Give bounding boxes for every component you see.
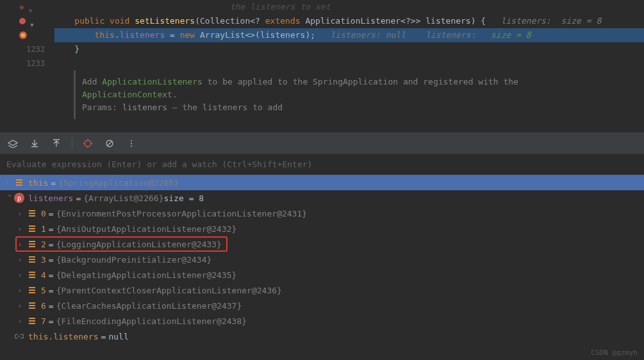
object-icon — [27, 300, 37, 311]
upload-icon[interactable] — [50, 137, 63, 150]
svg-point-4 — [131, 143, 132, 144]
var-item-7[interactable]: › 7 = {FileEncodingApplicationListener@2… — [0, 313, 644, 329]
code-text: } — [54, 42, 644, 56]
svg-point-3 — [131, 140, 132, 142]
var-index: 6 — [41, 301, 46, 311]
gutter — [0, 28, 54, 42]
var-value: {LoggingApplicationListener@2433} — [56, 240, 222, 249]
expand-arrow-icon[interactable]: › — [18, 241, 27, 248]
object-icon — [27, 254, 37, 265]
object-icon — [27, 239, 37, 249]
code-line-current[interactable]: this.listeners = new ArrayList<>(listene… — [0, 28, 644, 42]
variables-panel: › this = {SpringApplication@2265} › p li… — [0, 175, 644, 344]
var-name: this.listeners — [28, 332, 99, 341]
var-index: 7 — [41, 316, 46, 326]
var-item-4[interactable]: › 4 = {DelegatingApplicationListener@243… — [0, 267, 644, 282]
var-index: 4 — [41, 270, 46, 280]
stack-icon[interactable] — [6, 137, 19, 150]
expand-arrow-icon[interactable]: › — [18, 302, 27, 309]
javadoc-block: Add ApplicationListeners to be applied t… — [74, 70, 644, 119]
expand-arrow-icon[interactable]: › — [18, 272, 27, 279]
var-value: {ArrayList@2266} — [83, 193, 163, 203]
object-icon — [27, 208, 37, 218]
var-value: {EnvironmentPostProcessorApplicationList… — [56, 209, 307, 218]
expand-arrow-icon[interactable]: › — [6, 193, 13, 202]
var-value: {AnsiOutputApplicationListener@2432} — [56, 224, 237, 234]
var-name: this — [28, 178, 48, 188]
code-line[interactable]: 1232 } — [0, 42, 644, 56]
expand-arrow-icon[interactable]: › — [18, 287, 27, 294]
object-icon — [27, 316, 37, 326]
divider — [72, 137, 72, 150]
expand-arrow-icon[interactable]: › — [5, 179, 14, 186]
var-this[interactable]: › this = {SpringApplication@2265} — [0, 175, 644, 190]
param-icon: p — [14, 193, 24, 203]
expand-arrow-icon[interactable]: › — [18, 225, 27, 233]
download-icon[interactable] — [28, 137, 41, 150]
code-line-signature[interactable]: ▾ public void setListeners(Collection<? … — [0, 14, 644, 28]
var-size: size = 8 — [164, 193, 204, 203]
var-listeners[interactable]: › p listeners = {ArrayList@2266} size = … — [0, 190, 644, 206]
object-icon — [27, 270, 37, 280]
debug-toolbar — [0, 132, 644, 154]
link-icon — [14, 331, 24, 341]
var-index: 5 — [41, 286, 46, 295]
code-line[interactable]: 1233 — [0, 56, 644, 70]
breakpoint-icon[interactable] — [19, 18, 26, 24]
gutter: ▾ — [0, 14, 54, 28]
chevron-down-icon[interactable]: ▾ — [28, 4, 35, 10]
object-icon — [27, 285, 37, 295]
var-index: 3 — [41, 255, 46, 265]
expand-arrow-icon[interactable]: › — [18, 318, 27, 325]
svg-line-2 — [107, 141, 112, 146]
code-text: public void setListeners(Collection<? ex… — [54, 14, 644, 28]
code-text: the listeners to set — [54, 0, 644, 14]
svg-point-0 — [85, 140, 91, 147]
breakpoint-active-icon[interactable] — [19, 31, 27, 39]
var-name: listeners — [28, 193, 73, 203]
gutter: ◆ ▾ — [0, 0, 54, 14]
code-line: ◆ ▾ the listeners to set — [0, 0, 644, 14]
var-value: {ParentContextCloserApplicationListener@… — [56, 286, 282, 295]
diamond-icon: ◆ — [19, 0, 24, 14]
var-index: 0 — [41, 209, 46, 218]
line-number: 1232 — [0, 42, 54, 56]
var-item-2-highlighted[interactable]: › 2 = {LoggingApplicationListener@2433} — [0, 236, 644, 252]
var-value: {BackgroundPreinitializer@2434} — [56, 255, 212, 265]
object-icon — [14, 177, 24, 188]
var-index: 1 — [41, 224, 46, 234]
expand-arrow-icon[interactable]: › — [18, 256, 27, 263]
var-item-5[interactable]: › 5 = {ParentContextCloserApplicationLis… — [0, 282, 644, 298]
var-this-listeners[interactable]: this.listeners = null — [0, 329, 644, 344]
line-number: 1233 — [0, 56, 54, 70]
var-item-1[interactable]: › 1 = {AnsiOutputApplicationListener@243… — [0, 221, 644, 236]
var-item-3[interactable]: › 3 = {BackgroundPreinitializer@2434} — [0, 252, 644, 267]
code-text: this.listeners = new ArrayList<>(listene… — [54, 28, 644, 42]
target-icon[interactable] — [81, 137, 94, 150]
disable-icon[interactable] — [103, 137, 116, 150]
var-value: null — [108, 332, 128, 341]
watermark: CSDN @gzmyh — [591, 348, 638, 357]
var-index: 2 — [41, 240, 46, 249]
expand-arrow-icon[interactable]: › — [18, 210, 27, 217]
object-icon — [27, 224, 37, 234]
editor-area: ◆ ▾ the listeners to set ▾ public void s… — [0, 0, 644, 132]
var-value: {SpringApplication@2265} — [58, 178, 179, 188]
evaluate-expression-input[interactable]: Evaluate expression (Enter) or add a wat… — [0, 154, 644, 175]
code-text — [54, 56, 644, 70]
more-icon[interactable] — [125, 137, 138, 150]
var-item-6[interactable]: › 6 = {ClearCachesApplicationListener@24… — [0, 298, 644, 313]
chevron-down-icon[interactable]: ▾ — [29, 18, 36, 24]
var-value: {ClearCachesApplicationListener@2437} — [56, 301, 242, 311]
var-value: {FileEncodingApplicationListener@2438} — [56, 316, 247, 326]
var-value: {DelegatingApplicationListener@2435} — [56, 270, 237, 280]
var-item-0[interactable]: › 0 = {EnvironmentPostProcessorApplicati… — [0, 206, 644, 221]
svg-point-5 — [131, 145, 132, 147]
